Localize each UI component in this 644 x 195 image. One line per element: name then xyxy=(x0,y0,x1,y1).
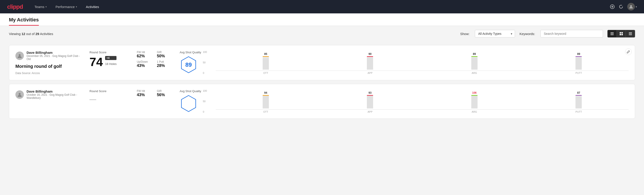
add-icon[interactable] xyxy=(610,4,615,9)
avatar xyxy=(16,90,24,99)
view-compact-list-button[interactable] xyxy=(608,30,617,37)
keywords-label: Keywords: xyxy=(520,32,535,36)
card-stats: FW Hit 43% GIR 56% xyxy=(137,90,172,97)
hexagon xyxy=(180,94,198,112)
refresh-icon[interactable] xyxy=(619,4,623,9)
activity-card: Dave Billingham October 16, 2021 · Gog M… xyxy=(9,84,635,119)
shot-quality-chart: 100 50 0 85 90 xyxy=(209,51,628,74)
card-info: Dave Billingham December 05, 2021 · Gog … xyxy=(16,51,82,75)
chart-y-labels: 100 50 0 xyxy=(203,90,207,113)
nav-activities-label: Activities xyxy=(86,5,99,9)
bar-ott-fill xyxy=(263,58,269,70)
viewing-total: 29 xyxy=(36,32,39,36)
bar-arg: 89 xyxy=(424,52,524,70)
round-score: Round Score — xyxy=(90,90,130,103)
stat-1putt-label: 1 Putt xyxy=(157,60,172,63)
bar-arg-container xyxy=(471,56,478,70)
view-toggle xyxy=(608,30,635,38)
nav-teams[interactable]: Teams ▾ xyxy=(34,3,48,10)
bar-putt-container xyxy=(576,56,582,70)
bar-ott-value: 94 xyxy=(264,91,267,94)
card-stats: FW Hit 62% GIR 50% Up/Down 43% 1 Putt 28… xyxy=(137,51,172,68)
bar-app: 90 xyxy=(320,52,420,70)
stat-fw-hit-label: FW Hit xyxy=(137,51,152,54)
chart-y-0: 0 xyxy=(203,110,207,113)
navbar: clippd Teams ▾ Performance ▾ Activities xyxy=(0,0,644,14)
stat-gir: GIR 56% xyxy=(157,90,172,97)
card-date: October 16, 2021 · Gog Magog Golf Club -… xyxy=(26,93,82,100)
search-input[interactable] xyxy=(540,30,603,38)
toolbar: Viewing 12 out of 29 Activities Show: Al… xyxy=(0,26,644,42)
bar-ott-container xyxy=(263,95,269,108)
shot-quality-label: Avg Shot Quality xyxy=(180,90,201,93)
card-date: December 05, 2021 · Gog Magog Golf Club … xyxy=(26,54,82,61)
svg-rect-6 xyxy=(610,34,614,35)
hex-score: 89 xyxy=(186,61,192,68)
bar-app-value: 90 xyxy=(369,52,372,56)
card-source: Data Source: Arccos xyxy=(16,72,82,75)
stat-gir-value: 50% xyxy=(157,54,172,58)
hexagon-wrapper xyxy=(180,94,198,112)
score-main: 74 +4 18 Holes xyxy=(90,56,130,68)
view-list-button[interactable] xyxy=(626,30,635,37)
page-title: My Activities xyxy=(9,17,39,26)
svg-rect-13 xyxy=(629,34,632,35)
bar-arg-marker xyxy=(471,56,478,57)
bar-arg: 106 xyxy=(424,91,524,108)
stat-fw-hit-value: 43% xyxy=(137,92,152,97)
user-row: Dave Billingham December 05, 2021 · Gog … xyxy=(16,51,82,61)
activity-card: Dave Billingham December 05, 2021 · Gog … xyxy=(9,45,635,80)
svg-rect-8 xyxy=(622,32,623,34)
bar-ott-marker xyxy=(263,56,269,57)
show-label: Show: xyxy=(460,32,470,36)
view-grid-button[interactable] xyxy=(617,30,626,37)
svg-rect-10 xyxy=(622,34,623,35)
bar-ott: 94 xyxy=(216,91,316,108)
bar-app-marker xyxy=(367,56,373,57)
stat-fw-hit-value: 62% xyxy=(137,54,152,58)
nav-teams-label: Teams xyxy=(34,5,44,9)
stat-1putt: 1 Putt 28% xyxy=(157,60,172,68)
bar-app: 93 xyxy=(320,91,420,108)
stat-gir-label: GIR xyxy=(157,51,172,54)
chart-x-labels: OTT APP ARG PUTT xyxy=(216,72,628,74)
page-header: My Activities xyxy=(0,14,644,26)
round-score-label: Round Score xyxy=(90,90,130,93)
viewing-count: 12 xyxy=(22,32,25,36)
bar-ott-value: 85 xyxy=(264,52,267,56)
stat-updown-value: 43% xyxy=(137,63,152,68)
chart-y-50: 50 xyxy=(203,100,207,103)
chart-y-labels: 100 50 0 xyxy=(203,51,207,74)
avatar xyxy=(627,3,635,10)
bar-app-container xyxy=(367,56,373,70)
stat-1putt-value: 28% xyxy=(157,63,172,68)
chart-x-arg: ARG xyxy=(424,72,524,74)
score-holes: 18 Holes xyxy=(105,62,116,66)
stat-gir-value: 56% xyxy=(157,92,172,97)
bar-arg-fill xyxy=(471,58,478,70)
bar-putt: 87 xyxy=(529,91,629,108)
bar-arg-container xyxy=(471,95,478,108)
bar-arg-value: 89 xyxy=(473,52,476,56)
user-info: Dave Billingham October 16, 2021 · Gog M… xyxy=(26,90,82,100)
chart-y-100: 100 xyxy=(203,90,207,92)
bar-putt-marker xyxy=(576,56,582,57)
bar-app-container xyxy=(367,95,373,108)
nav-activities[interactable]: Activities xyxy=(85,3,100,10)
svg-rect-12 xyxy=(629,34,632,34)
svg-rect-5 xyxy=(610,34,614,34)
nav-performance-label: Performance xyxy=(56,5,75,9)
stat-fw-hit-label: FW Hit xyxy=(137,90,152,92)
nav-performance[interactable]: Performance ▾ xyxy=(55,3,78,10)
logo[interactable]: clippd xyxy=(7,3,23,10)
svg-rect-4 xyxy=(610,32,614,33)
hexagon-wrapper: 89 xyxy=(180,56,198,74)
shot-quality-chart: 100 50 0 94 93 xyxy=(209,90,628,113)
activity-type-select-wrapper[interactable]: All Activity Types xyxy=(475,30,515,38)
chart-y-100: 100 xyxy=(203,51,207,53)
score-badge: +4 xyxy=(105,56,116,60)
user-menu[interactable]: ▾ xyxy=(627,3,637,10)
activity-type-select[interactable]: All Activity Types xyxy=(475,30,515,38)
stat-updown-label: Up/Down xyxy=(137,60,152,63)
chart-x-ott: OTT xyxy=(216,72,316,74)
